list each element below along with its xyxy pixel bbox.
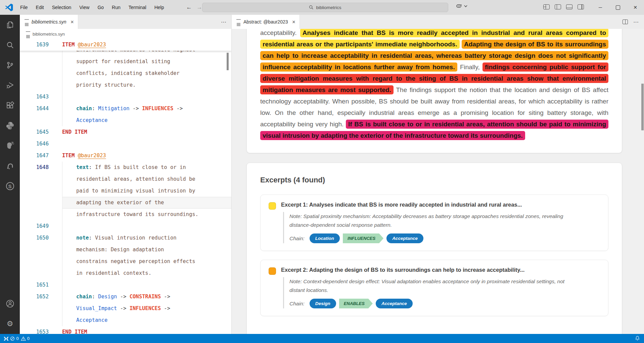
panel-scrollbar-thumb[interactable] [641, 84, 644, 130]
excerpt-card-2[interactable]: Excerpt 2: Adapting the design of BS to … [260, 260, 608, 316]
code-token-kw: note [76, 235, 89, 241]
settings-gear-icon[interactable]: ⚙ [0, 314, 20, 334]
line-number [20, 79, 62, 91]
chain-node-badge: Design [310, 299, 336, 308]
code-line-content: conflicts, indicating stakeholder [62, 68, 231, 79]
source-control-icon[interactable] [0, 55, 20, 75]
code-line: 1651 [20, 279, 231, 291]
menu-item-help[interactable]: Help [151, 3, 168, 11]
chain-row: Chain:DesignENABLESAcceptance [289, 299, 600, 308]
code-token-op: -> [173, 105, 183, 112]
code-token-item: ITEM [62, 42, 78, 48]
code-token-str: paid to minimizing visual intrusion by [76, 188, 195, 194]
code-token-ent: Acceptance [76, 117, 107, 123]
python-icon[interactable] [0, 116, 20, 136]
split-editor-icon[interactable] [623, 19, 628, 24]
line-number [20, 115, 62, 126]
menu-item-view[interactable]: View [76, 3, 93, 11]
problems-warnings[interactable]: 0 [21, 336, 30, 341]
code-line-content: paid to minimizing visual intrusion by [62, 185, 231, 197]
menu-item-go[interactable]: Go [94, 3, 107, 11]
menu-item-run[interactable]: Run [108, 3, 124, 11]
file-icon [25, 19, 29, 23]
explorer-icon[interactable] [0, 15, 20, 35]
chain-node-badge: Acceptance [386, 233, 423, 243]
minimize-button[interactable]: ─ [592, 0, 609, 15]
command-center-search[interactable]: bibliometrics [202, 3, 448, 12]
close-button[interactable]: ✕ [627, 0, 644, 15]
menu-item-file[interactable]: File [17, 3, 31, 11]
problems-errors[interactable]: 0 [10, 336, 18, 341]
line-number: 1648 [20, 162, 62, 173]
restore-button[interactable] [609, 0, 627, 15]
code-token-op: -> [161, 294, 170, 300]
notifications-bell[interactable] [635, 336, 640, 342]
menu-item-selection[interactable]: Selection [49, 3, 75, 11]
code-line: 1652chain: Design -> CONSTRAINS -> [20, 291, 231, 303]
code-line-content [62, 138, 231, 150]
code-line: Acceptance [20, 314, 231, 326]
vscode-logo-icon [5, 3, 13, 12]
code-token-ent: Mitigation [98, 105, 129, 112]
tab-close-icon[interactable]: ✕ [70, 19, 74, 25]
run-and-debug-icon[interactable] [0, 75, 20, 95]
line-number [20, 267, 62, 279]
code-token-rel: INFLUENCES [130, 305, 161, 311]
search-panel-icon[interactable] [0, 35, 20, 55]
code-line-content: ITEM @baur2023 [62, 39, 106, 51]
chain-label: Chain: [289, 235, 305, 242]
code-line: 1646 [20, 138, 231, 150]
menu-item-terminal[interactable]: Terminal [125, 3, 150, 11]
s-badge-icon[interactable]: S [0, 176, 20, 196]
sticky-scroll-line[interactable]: 1639ITEM @baur2023 [20, 39, 231, 51]
chain-node-badge: Acceptance [376, 299, 413, 308]
code-line: adapting the exterior of the [20, 197, 231, 209]
code-token-str: in residential contexts. [76, 270, 151, 276]
breadcrumb[interactable]: bibliometrics.syn [20, 29, 231, 39]
remote-indicator-icon[interactable]: ❯❮ [3, 336, 8, 341]
code-token-str: support for residential siting [76, 58, 170, 65]
excerpt-quote-block: Note: Context-dependent design effect: V… [283, 277, 600, 308]
code-token-kw: text [76, 164, 89, 170]
code-token-pn: : [89, 235, 95, 241]
code-token-ref: @baur2023 [78, 153, 106, 159]
code-line: 1648text: If BS is built close to or in [20, 162, 231, 173]
menu-item-edit[interactable]: Edit [33, 3, 47, 11]
tab-close-icon[interactable]: ✕ [292, 19, 296, 25]
line-number [20, 256, 62, 267]
tab-abstract-baur2023[interactable]: Abstract: @baur2023 ✕ [232, 15, 300, 29]
line-number: 1647 [20, 150, 62, 162]
left-editor-actions-more-icon[interactable]: ⋯ [221, 15, 231, 29]
tab-bibliometrics-syn[interactable]: bibliometrics.syn ✕ [20, 15, 78, 29]
toggle-secondary-sidebar-icon[interactable] [578, 4, 584, 9]
code-token-kw: chain [76, 294, 92, 300]
editor-scrollbar-thumb[interactable] [227, 53, 229, 70]
restore-icon [616, 6, 620, 9]
tab-label: Abstract: @baur2023 [243, 19, 288, 25]
right-editor-actions-more-icon[interactable]: ⋯ [633, 19, 639, 25]
code-editor[interactable]: 1639ITEM @baur2023 Environmental measure… [20, 39, 231, 334]
tab-label: bibliometrics.syn [32, 19, 66, 25]
line-number: 1653 [20, 326, 62, 334]
abstract-preview-panel[interactable]: the acceptance of battery storage as wel… [232, 29, 644, 334]
line-number: 1649 [20, 220, 62, 232]
abstract-segment: acceptability. [260, 29, 300, 36]
line-number [20, 68, 62, 79]
line-number: 1651 [20, 279, 62, 291]
hook-tool-icon[interactable] [0, 156, 20, 176]
code-token-str: constrains negative perception effects [76, 258, 195, 264]
ai-assistant-icon[interactable] [0, 136, 20, 156]
forward-arrow-icon[interactable]: → [196, 4, 202, 11]
excerpt-card-1[interactable]: Excerpt 1: Analyses indicate that BS is … [260, 195, 608, 251]
back-arrow-icon[interactable]: ← [186, 4, 192, 11]
right-tab-bar: Abstract: @baur2023 ✕ ⋯ [232, 15, 644, 29]
toggle-panel-icon[interactable] [566, 4, 572, 9]
extensions-icon[interactable] [0, 95, 20, 116]
code-line: 1647ITEM @baur2023 [20, 150, 231, 162]
code-token-str: If BS is built close to or in [95, 164, 186, 170]
account-icon[interactable] [0, 294, 20, 314]
copilot-menu[interactable] [456, 3, 467, 9]
toggle-primary-sidebar-icon[interactable] [555, 4, 561, 9]
customize-layout-icon[interactable] [543, 4, 550, 9]
code-line: Acceptance [20, 115, 231, 126]
